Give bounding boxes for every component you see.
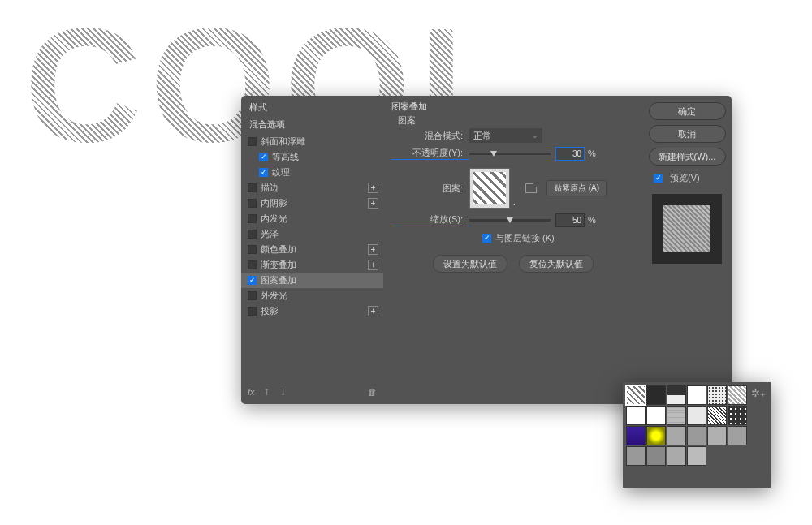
pattern-swatch-item[interactable] xyxy=(707,426,727,445)
pattern-swatch-item[interactable] xyxy=(626,385,646,405)
style-row[interactable]: 外发光 xyxy=(241,288,383,303)
style-row[interactable]: 光泽 xyxy=(241,226,383,242)
preview-box xyxy=(652,194,722,264)
pattern-swatch-item[interactable] xyxy=(728,426,747,445)
style-row[interactable]: 投影+ xyxy=(241,303,383,319)
pattern-swatch-item[interactable] xyxy=(667,426,686,445)
preview-thumbnail xyxy=(663,205,710,252)
style-label: 颜色叠加 xyxy=(261,243,296,256)
style-label: 光泽 xyxy=(261,228,279,240)
style-checkbox[interactable] xyxy=(248,183,257,192)
pattern-picker-popup: ✲₊ xyxy=(623,382,771,488)
dialog-right-column: 确定 取消 新建样式(W)... 预览(V) xyxy=(642,96,732,404)
style-checkbox[interactable] xyxy=(248,291,257,300)
style-label: 外发光 xyxy=(261,290,287,302)
pattern-swatch[interactable] xyxy=(469,168,510,209)
move-up-icon[interactable]: 🠕 xyxy=(263,388,271,397)
scale-label: 缩放(S): xyxy=(391,213,469,226)
style-label: 渐变叠加 xyxy=(261,259,296,271)
pattern-swatch-item[interactable] xyxy=(728,406,747,425)
picker-menu-icon[interactable]: ✲₊ xyxy=(751,387,766,399)
pattern-swatch-item[interactable] xyxy=(728,385,747,405)
styles-footer: fx 🠕 🠗 🗑 xyxy=(241,384,383,400)
style-label: 纹理 xyxy=(272,166,290,179)
style-row[interactable]: 内阴影+ xyxy=(241,196,383,211)
blending-options[interactable]: 混合选项 xyxy=(241,117,383,134)
style-label: 等高线 xyxy=(272,151,299,163)
pattern-label: 图案: xyxy=(391,183,469,195)
style-row[interactable]: 斜面和浮雕 xyxy=(241,134,383,149)
pattern-swatch-item[interactable] xyxy=(626,426,646,445)
pattern-swatch-item[interactable] xyxy=(646,426,666,445)
pattern-swatch-item[interactable] xyxy=(687,385,706,405)
pattern-dropdown-icon[interactable]: ⌄ xyxy=(512,200,517,207)
style-label: 图案叠加 xyxy=(261,274,296,286)
opacity-unit: % xyxy=(588,148,596,158)
style-checkbox[interactable] xyxy=(248,307,257,316)
pattern-swatch-item[interactable] xyxy=(707,385,727,405)
pattern-swatch-item[interactable] xyxy=(646,446,666,466)
style-label: 内阴影 xyxy=(261,197,287,209)
style-checkbox[interactable] xyxy=(248,276,257,285)
preview-label: 预览(V) xyxy=(670,172,700,184)
pattern-swatch-item[interactable] xyxy=(687,426,706,445)
pattern-swatch-item[interactable] xyxy=(667,385,686,405)
pattern-swatch-item[interactable] xyxy=(646,406,666,425)
style-row[interactable]: 颜色叠加+ xyxy=(241,242,383,257)
new-pattern-icon[interactable] xyxy=(525,183,537,193)
style-checkbox[interactable] xyxy=(259,168,268,177)
preview-checkbox[interactable] xyxy=(654,174,663,183)
style-label: 描边 xyxy=(261,182,279,194)
move-down-icon[interactable]: 🠗 xyxy=(279,388,287,397)
style-checkbox[interactable] xyxy=(248,137,257,146)
add-effect-icon[interactable]: + xyxy=(368,260,378,270)
opacity-slider[interactable] xyxy=(469,153,551,155)
opacity-input[interactable] xyxy=(555,147,585,161)
style-checkbox[interactable] xyxy=(248,214,257,223)
opacity-label: 不透明度(Y): xyxy=(391,147,469,160)
effect-settings-panel: 图案叠加 图案 混合模式: 正常 不透明度(Y): % 图案: ⌄ 贴紧原点 (… xyxy=(383,96,642,404)
trash-icon[interactable]: 🗑 xyxy=(368,387,377,397)
cancel-button[interactable]: 取消 xyxy=(649,125,726,143)
ok-button[interactable]: 确定 xyxy=(649,102,726,120)
section-title: 图案叠加 xyxy=(391,101,634,113)
pattern-swatch-item[interactable] xyxy=(626,406,646,425)
group-label: 图案 xyxy=(391,114,634,127)
styles-header: 样式 xyxy=(241,100,383,117)
style-checkbox[interactable] xyxy=(259,153,268,161)
blend-mode-label: 混合模式: xyxy=(391,130,469,142)
fx-icon[interactable]: fx xyxy=(248,387,255,397)
scale-slider[interactable] xyxy=(469,219,551,222)
blend-mode-select[interactable]: 正常 xyxy=(469,128,542,143)
reset-default-button[interactable]: 复位为默认值 xyxy=(519,255,594,273)
pattern-swatch-item[interactable] xyxy=(707,406,727,425)
make-default-button[interactable]: 设置为默认值 xyxy=(433,255,508,273)
snap-origin-button[interactable]: 贴紧原点 (A) xyxy=(546,180,607,196)
add-effect-icon[interactable]: + xyxy=(368,244,378,255)
style-checkbox[interactable] xyxy=(248,245,257,254)
style-row[interactable]: 图案叠加 xyxy=(241,273,383,288)
pattern-swatch-item[interactable] xyxy=(626,446,646,466)
pattern-swatch-item[interactable] xyxy=(646,385,666,405)
new-style-button[interactable]: 新建样式(W)... xyxy=(649,148,726,166)
style-row[interactable]: 纹理 xyxy=(241,165,383,180)
style-row[interactable]: 渐变叠加+ xyxy=(241,257,383,273)
add-effect-icon[interactable]: + xyxy=(368,306,378,316)
add-effect-icon[interactable]: + xyxy=(368,183,378,193)
style-checkbox[interactable] xyxy=(248,230,257,239)
link-layer-label: 与图层链接 (K) xyxy=(495,232,555,244)
layer-style-dialog: 样式 混合选项 斜面和浮雕等高线纹理描边+内阴影+内发光光泽颜色叠加+渐变叠加+… xyxy=(241,96,732,404)
pattern-swatch-item[interactable] xyxy=(687,406,706,425)
scale-input[interactable] xyxy=(555,213,585,227)
pattern-swatch-item[interactable] xyxy=(667,406,686,425)
style-checkbox[interactable] xyxy=(248,199,257,208)
pattern-swatch-item[interactable] xyxy=(667,446,686,466)
style-checkbox[interactable] xyxy=(248,260,257,269)
link-layer-checkbox[interactable] xyxy=(482,234,491,243)
pattern-swatch-item[interactable] xyxy=(687,446,706,466)
style-row[interactable]: 等高线 xyxy=(241,149,383,165)
style-row[interactable]: 内发光 xyxy=(241,211,383,226)
style-row[interactable]: 描边+ xyxy=(241,180,383,196)
add-effect-icon[interactable]: + xyxy=(368,198,378,209)
pattern-swatch-grid xyxy=(626,385,750,466)
